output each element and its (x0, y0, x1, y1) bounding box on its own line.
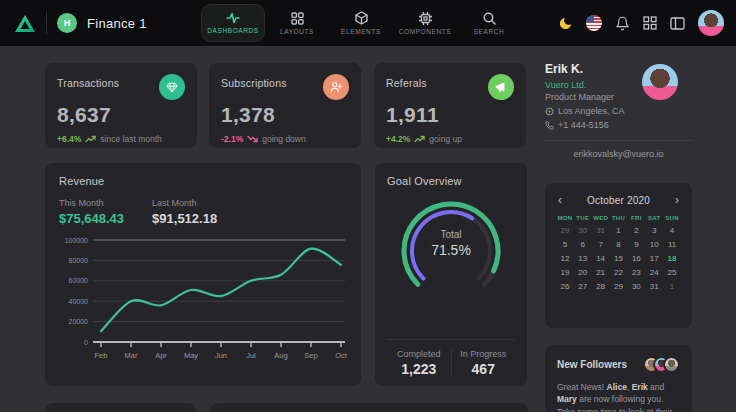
stat-delta: -2.1% (221, 134, 243, 144)
project-badge[interactable]: H (57, 13, 77, 33)
trend-up-icon (85, 135, 96, 143)
calendar-day[interactable]: 27 (574, 282, 592, 291)
svg-text:Feb: Feb (95, 351, 108, 360)
calendar-day-header: MON (556, 215, 574, 221)
goal-total-value: 71.5% (393, 242, 509, 258)
nav-item-search[interactable]: SEARCH (457, 4, 521, 42)
calendar-day[interactable]: 26 (556, 282, 574, 291)
stat-note: going down (262, 134, 305, 144)
calendar-day[interactable]: 8 (610, 240, 628, 249)
calendar-day[interactable]: 22 (610, 268, 628, 277)
completed-label: Completed (387, 349, 451, 359)
dark-mode-toggle-moon-icon[interactable] (558, 16, 573, 31)
calendar-next-icon[interactable]: › (673, 193, 681, 207)
calendar-day[interactable]: 18 (663, 254, 681, 263)
follower-name[interactable]: Erik (632, 382, 648, 392)
svg-text:100000: 100000 (65, 237, 88, 244)
calendar-month: October 2020 (587, 195, 650, 206)
calendar-day-header: FRI (627, 215, 645, 221)
calendar-day[interactable]: 13 (574, 254, 592, 263)
calendar-day[interactable]: 6 (574, 240, 592, 249)
stat-value: 8,637 (57, 103, 185, 127)
calendar-day[interactable]: 15 (610, 254, 628, 263)
trend-up-icon (414, 135, 425, 143)
language-flag-icon[interactable] (586, 15, 602, 31)
svg-text:80000: 80000 (69, 257, 89, 264)
notifications-bell-icon[interactable] (615, 16, 630, 31)
follower-name[interactable]: Alice (607, 382, 627, 392)
next-row-card (45, 403, 196, 412)
referals-card: Referals 1,911 +4.2% going up (374, 63, 526, 148)
calendar-day-header: SAT (645, 215, 663, 221)
revenue-line-chart[interactable]: 020000400006000080000100000FebMarAprMayJ… (59, 232, 349, 370)
nav-item-dashboards[interactable]: DASHBOARDS (201, 4, 265, 42)
calendar-day[interactable]: 11 (663, 240, 681, 249)
follower-avatar[interactable] (663, 356, 680, 373)
calendar-day-header: TUE (574, 215, 592, 221)
profile-avatar[interactable] (642, 64, 678, 100)
calendar-day[interactable]: 25 (663, 268, 681, 277)
calendar-day[interactable]: 23 (627, 268, 645, 277)
calendar-day[interactable]: 2 (627, 226, 645, 235)
nav-item-elements[interactable]: ELEMENTS (329, 4, 393, 42)
sidebar-panel-icon[interactable] (670, 17, 685, 30)
calendar-day[interactable]: 4 (663, 226, 681, 235)
calendar-day[interactable]: 1 (663, 282, 681, 291)
main-nav: DASHBOARDS LAYOUTS ELEMENTS COMPONENTS (201, 0, 521, 46)
calendar-day[interactable]: 29 (610, 282, 628, 291)
calendar-grid: MONTUEWEDTHUFRISATSUN2930311234567891011… (556, 215, 681, 291)
calendar-day[interactable]: 9 (627, 240, 645, 249)
profile-location: Los Angeles, CA (558, 106, 625, 116)
svg-text:20000: 20000 (69, 318, 89, 325)
follower-name[interactable]: Mary (557, 394, 577, 404)
calendar-day[interactable]: 14 (592, 254, 610, 263)
calendar-day[interactable]: 19 (556, 268, 574, 277)
profile-email[interactable]: erikkovalsky@vuero.io (545, 149, 692, 159)
stat-title: Subscriptions (221, 74, 287, 89)
follower-avatars (643, 356, 680, 373)
svg-text:Sep: Sep (304, 351, 317, 360)
calendar-prev-icon[interactable]: ‹ (556, 193, 564, 207)
nav-item-components[interactable]: COMPONENTS (393, 4, 457, 42)
calendar-day[interactable]: 30 (574, 226, 592, 235)
navbar: H Finance 1 DASHBOARDS LAYOUTS ELEMEN (0, 0, 736, 46)
user-profile-widget: Erik K. Vuero Ltd. Product Manager Los A… (545, 62, 692, 159)
calendar-widget: ‹ October 2020 › MONTUEWEDTHUFRISATSUN29… (545, 183, 692, 328)
calendar-day[interactable]: 10 (645, 240, 663, 249)
svg-text:0: 0 (84, 339, 88, 346)
completed-value: 1,223 (387, 361, 451, 377)
app-logo-icon[interactable] (14, 14, 36, 33)
stat-note: since last month (100, 134, 161, 144)
svg-text:40000: 40000 (69, 298, 89, 305)
calendar-day[interactable]: 24 (645, 268, 663, 277)
navbar-actions (558, 0, 736, 46)
apps-grid-icon[interactable] (643, 16, 657, 30)
brand-divider (46, 12, 47, 34)
calendar-day[interactable]: 21 (592, 268, 610, 277)
profile-phone[interactable]: +1 444-5156 (558, 120, 609, 130)
calendar-day[interactable]: 3 (645, 226, 663, 235)
stat-title: Transactions (57, 74, 119, 89)
svg-text:Mar: Mar (125, 351, 138, 360)
calendar-day[interactable]: 16 (627, 254, 645, 263)
calendar-day[interactable]: 7 (592, 240, 610, 249)
calendar-day[interactable]: 30 (627, 282, 645, 291)
calendar-day[interactable]: 31 (592, 226, 610, 235)
cpu-icon (419, 12, 432, 25)
search-icon (483, 12, 496, 25)
calendar-day[interactable]: 1 (610, 226, 628, 235)
goal-radial-gauge[interactable]: Total 71.5% (393, 191, 509, 303)
gem-icon (159, 74, 185, 100)
calendar-day[interactable]: 5 (556, 240, 574, 249)
activity-icon (226, 12, 240, 24)
calendar-day[interactable]: 29 (556, 226, 574, 235)
revenue-card: Revenue This Month $75,648.43 Last Month… (45, 163, 361, 386)
svg-text:Jul: Jul (246, 351, 256, 360)
calendar-day[interactable]: 28 (592, 282, 610, 291)
user-avatar[interactable] (698, 10, 724, 36)
nav-item-layouts[interactable]: LAYOUTS (265, 4, 329, 42)
calendar-day[interactable]: 12 (556, 254, 574, 263)
calendar-day[interactable]: 31 (645, 282, 663, 291)
calendar-day[interactable]: 20 (574, 268, 592, 277)
calendar-day[interactable]: 17 (645, 254, 663, 263)
